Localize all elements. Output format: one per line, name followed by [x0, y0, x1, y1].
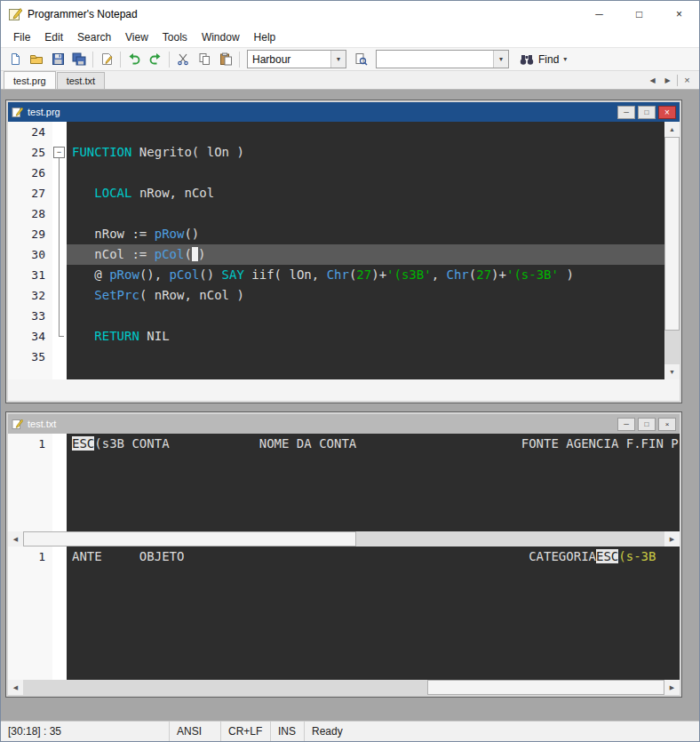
- txt-window-title: test.txt: [28, 419, 615, 429]
- fold-toggle[interactable]: −: [52, 142, 67, 163]
- close-button[interactable]: ×: [659, 1, 699, 28]
- prg-close-button[interactable]: ×: [658, 106, 676, 119]
- menu-item-tools[interactable]: Tools: [155, 28, 195, 46]
- tab-strip: test.prgtest.txt: [1, 71, 106, 89]
- prg-editor: 242526272829303132333435 − FUNCTION Negr…: [8, 122, 680, 379]
- scroll-down-button[interactable]: ▼: [664, 364, 680, 379]
- scroll-right-button[interactable]: ▶: [664, 680, 680, 695]
- code-line: [67, 306, 664, 326]
- title-bar[interactable]: Programmer's Notepad ─ □ ×: [1, 1, 699, 28]
- redo-button[interactable]: [145, 50, 166, 69]
- txt-bottom-gutter[interactable]: 1: [8, 547, 52, 680]
- scrollbar-track[interactable]: [23, 531, 664, 547]
- code-segment: @: [72, 267, 109, 282]
- document-pencil-icon: [12, 107, 23, 118]
- undo-button[interactable]: [123, 50, 145, 69]
- save-file-button[interactable]: [47, 50, 68, 69]
- copy-button[interactable]: [194, 50, 215, 69]
- encoding-indicator: ANSI: [170, 722, 221, 741]
- code-segment: pCol: [155, 247, 185, 261]
- scroll-up-icon: ▲: [669, 126, 675, 132]
- txt-restore-button[interactable]: □: [638, 418, 656, 431]
- txt-window-titlebar[interactable]: test.txt ─ □ ×: [8, 414, 680, 434]
- new-file-button[interactable]: [4, 50, 26, 69]
- scrollbar-track[interactable]: [23, 680, 664, 695]
- scissors-icon: [177, 52, 190, 66]
- code-segment: LOCAL: [94, 186, 131, 200]
- code-segment: RETURN: [94, 329, 139, 343]
- fold-collapse-icon[interactable]: −: [53, 147, 65, 158]
- find-dropdown-icon[interactable]: ▾: [563, 55, 567, 63]
- scrollbar-thumb[interactable]: [664, 137, 680, 331]
- menu-item-window[interactable]: Window: [195, 28, 247, 46]
- maximize-button[interactable]: □: [619, 1, 659, 28]
- code-segment: Negrito( lOn ): [131, 145, 243, 159]
- line-number: 29: [8, 224, 52, 244]
- prg-restore-button[interactable]: □: [638, 106, 656, 119]
- text-line: ANTE OBJETO CATEGORIAESC(s-3B: [67, 547, 680, 567]
- txt-top-fold-margin: [52, 434, 67, 531]
- txt-top-horizontal-scrollbar[interactable]: ◀ ▶: [8, 531, 680, 547]
- prg-fold-margin[interactable]: −: [52, 122, 67, 379]
- scroll-left-button[interactable]: ◀: [8, 680, 23, 695]
- save-all-button[interactable]: [68, 50, 90, 69]
- txt-bottom-horizontal-scrollbar[interactable]: ◀ ▶: [8, 680, 680, 695]
- menu-item-help[interactable]: Help: [247, 28, 283, 46]
- code-segment: 27: [356, 267, 371, 282]
- scroll-left-button[interactable]: ◀: [8, 531, 23, 547]
- prg-code-area[interactable]: FUNCTION Negrito( lOn ) LOCAL nRow, nCol…: [67, 122, 664, 379]
- scroll-right-button[interactable]: ▶: [664, 531, 680, 547]
- tab-test.prg[interactable]: test.prg: [4, 71, 56, 89]
- prg-window-titlebar[interactable]: test.prg ─ □ ×: [8, 102, 680, 122]
- menu-item-edit[interactable]: Edit: [37, 28, 70, 46]
- restore-icon: □: [645, 420, 649, 428]
- caret-position: [30:18] : 35: [1, 722, 170, 741]
- minimize-button[interactable]: ─: [579, 1, 619, 28]
- open-file-button[interactable]: [26, 50, 47, 69]
- cut-button[interactable]: [172, 50, 194, 69]
- page-search-button[interactable]: [350, 50, 371, 69]
- search-input[interactable]: ▾: [376, 50, 509, 68]
- fold-margin-cell: [52, 347, 67, 367]
- scrollbar-track[interactable]: [664, 137, 680, 364]
- clipboard-paste-icon: [219, 52, 233, 66]
- code-segment: NIL: [139, 329, 170, 343]
- fold-margin-cell: [52, 326, 67, 347]
- paste-button[interactable]: [215, 50, 236, 69]
- txt-top-gutter[interactable]: 1: [8, 434, 52, 531]
- txt-close-button[interactable]: ×: [658, 418, 676, 431]
- undo-arrow-icon: [127, 52, 141, 66]
- tab-scroll-right-button[interactable]: ▶: [660, 73, 675, 88]
- dropdown-arrow-icon[interactable]: ▾: [493, 51, 508, 68]
- dropdown-arrow-icon[interactable]: ▾: [330, 51, 346, 68]
- menu-item-file[interactable]: File: [6, 28, 37, 46]
- code-segment: )+: [491, 267, 506, 282]
- menu-item-search[interactable]: Search: [70, 28, 118, 46]
- scrollbar-thumb[interactable]: [427, 680, 664, 695]
- prg-horizontal-scrollbar[interactable]: [8, 379, 680, 401]
- code-segment: iif( lOn,: [244, 267, 327, 282]
- menu-item-view[interactable]: View: [118, 28, 155, 46]
- toolbar-separator: [120, 52, 121, 68]
- code-line: [67, 347, 664, 367]
- txt-minimize-button[interactable]: ─: [617, 418, 635, 431]
- text-line: ESC(s3B CONTA NOME DA CONTA FONTE AGENCI…: [67, 434, 680, 454]
- txt-bottom-text-area[interactable]: ANTE OBJETO CATEGORIAESC(s-3B: [67, 547, 680, 680]
- find-button[interactable]: Find ▾: [513, 50, 573, 69]
- prg-minimize-button[interactable]: ─: [617, 106, 635, 119]
- txt-top-text-area[interactable]: ESC(s3B CONTA NOME DA CONTA FONTE AGENCI…: [67, 434, 680, 531]
- scheme-select[interactable]: Harbour ▾: [247, 50, 346, 68]
- edit-document-button[interactable]: [96, 50, 117, 69]
- prg-vertical-scrollbar[interactable]: ▲ ▼: [664, 122, 680, 379]
- code-segment: Chr: [327, 267, 349, 282]
- line-number: 34: [8, 326, 52, 347]
- code-segment: (: [184, 247, 191, 261]
- tab-close-button[interactable]: ×: [680, 73, 695, 88]
- prg-gutter[interactable]: 242526272829303132333435: [8, 122, 52, 379]
- tab-test.txt[interactable]: test.txt: [57, 72, 105, 89]
- code-segment: SAY: [222, 267, 244, 282]
- scroll-up-button[interactable]: ▲: [664, 122, 680, 137]
- scrollbar-thumb[interactable]: [23, 531, 356, 547]
- txt-pane-top: 1 ESC(s3B CONTA NOME DA CONTA FONTE AGEN…: [8, 434, 680, 531]
- tab-scroll-left-button[interactable]: ◀: [645, 73, 660, 88]
